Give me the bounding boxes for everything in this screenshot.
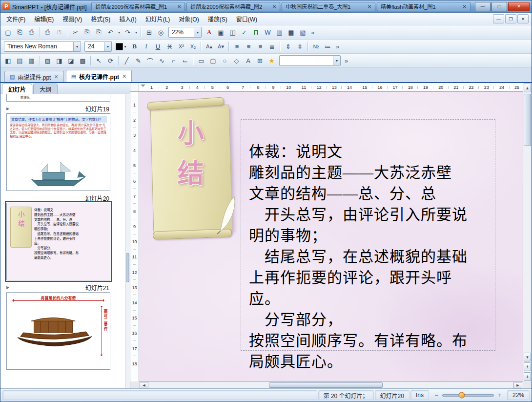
freeform-tool[interactable]: ✎	[133, 55, 144, 66]
align-left-button[interactable]: ≡	[231, 41, 243, 52]
redo-button[interactable]: ↷	[122, 27, 133, 38]
tab-outline[interactable]: 大纲	[33, 84, 58, 94]
scroll-left-button[interactable]: ◀	[140, 382, 148, 389]
strikethrough-button[interactable]: X	[164, 41, 175, 52]
mdi-close-button[interactable]: ✕	[517, 14, 529, 23]
previous-slide-button[interactable]: ↟	[524, 362, 531, 371]
superscript-button[interactable]: X²	[176, 41, 187, 52]
decrease-font-button[interactable]: A▾	[215, 41, 226, 52]
close-icon[interactable]: ✕	[54, 74, 58, 80]
minimize-button[interactable]: —	[475, 2, 491, 11]
formula-button[interactable]: Π	[250, 27, 262, 38]
horizontal-scrollbar-thumb[interactable]	[269, 382, 383, 388]
menu-item-5[interactable]: 插入(I)	[115, 13, 141, 25]
toolbar2-overflow[interactable]: »	[334, 41, 341, 52]
align-right-button[interactable]: ≡	[255, 41, 266, 52]
chevron-down-icon[interactable]: ▾	[104, 42, 111, 51]
underline-button[interactable]: U	[152, 41, 164, 52]
duplicate-slide-button[interactable]: ◨	[54, 55, 65, 66]
line-tool[interactable]: ╱	[121, 55, 132, 66]
new-button[interactable]: ▢	[2, 27, 14, 38]
copy-button[interactable]: ⎘	[82, 27, 93, 38]
slide-thumbnail-21[interactable]: 舟首尾长约八分有奇 高可二黍许	[6, 292, 110, 370]
toolbar1-overflow[interactable]: »	[309, 27, 316, 38]
panel-scrollbar[interactable]	[125, 94, 130, 388]
zoom-out-icon[interactable]: −	[434, 392, 439, 399]
next-slide-button[interactable]: ↡	[524, 372, 531, 381]
shape-style-select[interactable]: ▾	[279, 55, 341, 66]
horizontal-ruler[interactable]: 1234567891011121314151617181920212223242…	[139, 83, 523, 92]
close-button[interactable]: ✕	[508, 2, 530, 11]
close-icon[interactable]: ✕	[272, 4, 276, 9]
chevron-down-icon[interactable]: ▾	[73, 42, 81, 51]
zoom-slider-track[interactable]	[442, 394, 494, 397]
undo-button[interactable]: ↶	[105, 27, 116, 38]
menu-item-6[interactable]: 幻灯片(L)	[141, 13, 175, 25]
maximize-button[interactable]: ▢	[491, 2, 507, 11]
zoom-slider-thumb[interactable]	[459, 392, 465, 399]
rounded-rectangle-tool[interactable]: ▢	[207, 55, 219, 66]
free-rotate-tool[interactable]: ⟳	[105, 55, 116, 66]
justify-button[interactable]: ≣	[266, 41, 278, 52]
slide-thumbnail-20[interactable]: 小结 体裁：说明文雕刻品的主题——大苏泛赤壁文章的结构——总、分、总 开头总写，…	[6, 203, 110, 280]
cut-button[interactable]: ✂	[70, 27, 81, 38]
paste-button[interactable]: ⎘	[93, 27, 104, 38]
menu-item-7[interactable]: 对象(O)	[174, 13, 203, 25]
slideshow-button[interactable]: ▧	[297, 27, 308, 38]
document-tab-yushuo[interactable]: ▤ 雨说课件.ppt ✕	[4, 71, 64, 82]
text-tool[interactable]: A	[243, 55, 254, 66]
bold-button[interactable]: B	[129, 41, 140, 52]
numbered-list-button[interactable]: №	[310, 41, 322, 52]
titlebar-tab-1[interactable]: 给朋友2009祝福素材典藏_图1✕	[91, 2, 185, 11]
insert-object-button[interactable]: ◪	[65, 55, 77, 66]
menu-item-2[interactable]: 编辑(E)	[30, 13, 58, 25]
horizontal-scrollbar-track[interactable]	[149, 382, 513, 388]
font-color-button[interactable]: A	[204, 27, 215, 38]
mdi-minimize-button[interactable]: —	[493, 14, 504, 23]
star-tool[interactable]: ★	[266, 55, 277, 66]
increase-font-button[interactable]: A▴	[204, 41, 215, 52]
curve-tool[interactable]: ∿	[156, 55, 167, 66]
insert-picture-button[interactable]: ▩	[77, 55, 88, 66]
insert-slide-button[interactable]: ▧	[42, 55, 53, 66]
titlebar-tab-3[interactable]: 中秋国庆祝福二重奏_大图1✕	[282, 2, 375, 11]
save-button[interactable]: ⎙	[26, 27, 37, 38]
rectangle-tool[interactable]: ▭	[196, 55, 207, 66]
line-spacing-increase-button[interactable]: ⇕	[283, 41, 294, 52]
diamond-tool[interactable]: ◇	[231, 55, 242, 66]
close-icon[interactable]: ✕	[368, 4, 371, 9]
grid-tool[interactable]: ⊞	[254, 55, 266, 66]
menu-item-9[interactable]: 窗口(W)	[232, 13, 262, 25]
scroll-down-button[interactable]: ▼	[524, 353, 531, 361]
view-sorter-button[interactable]: ▦	[26, 55, 37, 66]
chevron-down-icon[interactable]: ▾	[194, 28, 201, 37]
scroll-up-button[interactable]: ▲	[524, 84, 531, 92]
mdi-restore-button[interactable]: ❐	[505, 14, 516, 23]
toolbar3-overflow[interactable]: »	[343, 55, 350, 66]
font-family-select[interactable]: Times New Roman ▾	[4, 41, 81, 52]
menu-item-4[interactable]: 格式(S)	[86, 13, 115, 25]
zoom-select[interactable]: 22% ▾	[168, 27, 202, 38]
chevron-down-icon[interactable]: ▾	[333, 56, 340, 65]
slide-text-placeholder[interactable]: 体裁：说明文雕刻品的主题——大苏泛赤壁文章的结构——总、分、总 开头总写，由评论…	[241, 119, 495, 351]
font-size-select[interactable]: 24 ▾	[84, 41, 112, 52]
slide-thumbnail-19[interactable]: 文章结尾，作者为什么要统计“核舟”上的物品、文字的数目？ 使读者得出核舟容量大、…	[6, 113, 110, 191]
titlebar-tab-2[interactable]: 给朋友2009祝福素材典藏_图2✕	[186, 2, 280, 11]
ellipse-tool[interactable]: ○	[219, 55, 230, 66]
insert-table-button[interactable]: ⊞	[143, 27, 155, 38]
align-center-button[interactable]: ≡	[243, 41, 254, 52]
elbow-connector-tool[interactable]: ⌙	[180, 55, 191, 66]
font-color-dropdown[interactable]: ▾	[114, 41, 128, 52]
close-icon[interactable]: ✕	[177, 4, 181, 9]
close-icon[interactable]: ✕	[122, 73, 126, 80]
arc-tool[interactable]: ⌒	[144, 55, 156, 66]
open-button[interactable]: ⎗	[14, 27, 25, 38]
picture-button[interactable]: ▦	[286, 27, 297, 38]
statusbar-ins-indicator[interactable]: Ins	[410, 390, 429, 400]
slide-canvas[interactable]: 小结 体裁：说明文雕刻品的主题——大苏泛赤壁文章的结构——总、分、总 开头总写，…	[139, 92, 523, 381]
vertical-scrollbar-track[interactable]	[524, 93, 531, 352]
bullet-list-button[interactable]: ≔	[322, 41, 333, 52]
subscript-button[interactable]: X₂	[187, 41, 199, 52]
redo-dropdown[interactable]: ▾	[134, 27, 139, 38]
slide-thumbnail-18-partial[interactable]: 的说明。	[6, 94, 110, 102]
